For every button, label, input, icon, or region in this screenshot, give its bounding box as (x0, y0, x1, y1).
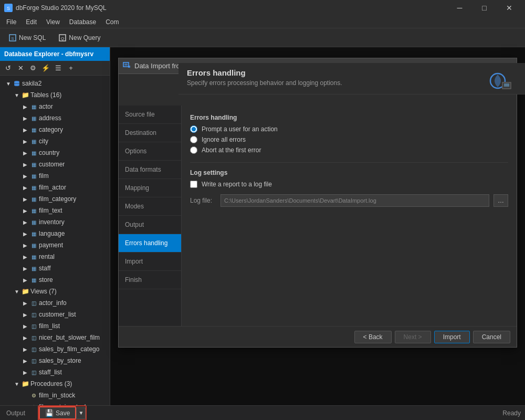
table-store[interactable]: ▶ ▦ store (0, 274, 110, 286)
menu-view[interactable]: View (42, 17, 64, 27)
nav-source-file[interactable]: Source file (119, 106, 181, 124)
errors-handling-label: Errors handling (190, 114, 508, 121)
back-button[interactable]: < Back (354, 331, 392, 343)
menu-database[interactable]: Database (65, 17, 100, 27)
nav-destination[interactable]: Destination (119, 124, 181, 142)
close-button[interactable]: ✕ (497, 0, 521, 16)
output-tab[interactable]: Output (2, 410, 29, 417)
table-staff[interactable]: ▶ ▦ staff (0, 262, 110, 274)
svg-text:S: S (7, 6, 10, 11)
radio-abort[interactable]: Abort at the first error (190, 146, 508, 154)
log-file-input[interactable] (220, 194, 489, 207)
new-sql-button[interactable]: S New SQL (4, 32, 50, 44)
film-list-arrow-icon: ▶ (21, 322, 29, 330)
actor-arrow-icon: ▶ (21, 102, 29, 111)
nicer-arrow-icon: ▶ (21, 333, 29, 342)
table-city[interactable]: ▶ ▦ city (0, 135, 110, 147)
category-label: category (39, 126, 63, 133)
properties-button[interactable]: ☰ (52, 62, 64, 74)
nav-mapping[interactable]: Mapping (119, 179, 181, 197)
table-actor[interactable]: ▶ ▦ actor (0, 101, 110, 112)
radio-ignore-input[interactable] (190, 136, 197, 143)
menu-file[interactable]: File (2, 17, 20, 27)
cancel-button[interactable]: Cancel (473, 331, 510, 343)
save-label: Save (56, 410, 70, 417)
view-nicer-but-slower[interactable]: ▶ ◫ nicer_but_slower_film (0, 332, 110, 343)
new-sql-icon: S (8, 34, 17, 42)
connect-button[interactable]: ⚡ (40, 62, 51, 74)
next-button[interactable]: Next > (395, 331, 431, 343)
table-film-category[interactable]: ▶ ▦ film_category (0, 193, 110, 205)
proc-film-not-in-stock[interactable]: ⚙ film_not_in_stock (0, 401, 110, 405)
actor-label: actor (39, 103, 53, 110)
minimize-button[interactable]: ─ (448, 0, 471, 16)
save-button[interactable]: 💾 Save (39, 406, 76, 419)
table-film[interactable]: ▶ ▦ film (0, 170, 110, 182)
table-film-actor[interactable]: ▶ ▦ film_actor (0, 182, 110, 193)
menu-edit[interactable]: Edit (22, 17, 41, 27)
checkbox-log-label: Write a report to a log file (202, 181, 272, 188)
sales-film-view-icon: ◫ (29, 345, 38, 353)
view-actor-info[interactable]: ▶ ◫ actor_info (0, 297, 110, 309)
tables-group[interactable]: ▼ 📁 Tables (16) (0, 89, 110, 101)
table-address[interactable]: ▶ ▦ address (0, 112, 110, 124)
table-language[interactable]: ▶ ▦ language (0, 228, 110, 239)
disconnect-button[interactable]: ✕ (15, 62, 26, 74)
status-left: Output 💾 Save ▼ (0, 405, 87, 420)
tree-root-sakila2[interactable]: ▼ sakila2 (0, 78, 110, 89)
table-rental[interactable]: ▶ ▦ rental (0, 251, 110, 262)
table-country[interactable]: ▶ ▦ country (0, 147, 110, 159)
nav-modes[interactable]: Modes (119, 197, 181, 216)
checkbox-log-input[interactable] (190, 181, 197, 188)
table-customer[interactable]: ▶ ▦ customer (0, 159, 110, 170)
view-sales-by-store[interactable]: ▶ ◫ sales_by_store (0, 355, 110, 366)
nav-options[interactable]: Options (119, 142, 181, 161)
save-dropdown-button[interactable]: ▼ (76, 407, 86, 419)
log-file-browse-button[interactable]: … (494, 194, 508, 207)
modal-main-content: Errors handling Prompt a user for an act… (182, 106, 517, 326)
new-query-button[interactable]: Q New Query (54, 32, 104, 44)
svg-marker-12 (128, 66, 130, 68)
view-staff-list[interactable]: ▶ ◫ staff_list (0, 366, 110, 378)
view-customer-list[interactable]: ▶ ◫ customer_list (0, 309, 110, 320)
checkbox-log-report[interactable]: Write a report to a log file (190, 181, 508, 188)
nicer-view-icon: ◫ (29, 333, 38, 342)
view-film-list[interactable]: ▶ ◫ film_list (0, 320, 110, 332)
title-bar: S dbForge Studio 2020 for MySQL ─ □ ✕ (0, 0, 525, 16)
modal-dialog-icon (123, 61, 131, 71)
nav-data-formats[interactable]: Data formats (119, 161, 181, 179)
proc-film-in-stock[interactable]: ⚙ film_in_stock (0, 390, 110, 401)
country-table-icon: ▦ (29, 149, 38, 157)
table-category[interactable]: ▶ ▦ category (0, 124, 110, 135)
radio-prompt[interactable]: Prompt a user for an action (190, 125, 508, 133)
procedures-group[interactable]: ▼ 📁 Procedures (3) (0, 378, 110, 390)
import-button[interactable]: Import (434, 331, 470, 343)
toolbar: S New SQL Q New Query (0, 28, 525, 47)
nav-output[interactable]: Output (119, 216, 181, 234)
film-label: film (39, 172, 49, 180)
sidebar-toolbar: ↺ ✕ ⚙ ⚡ ☰ + (0, 61, 110, 76)
address-label: address (39, 114, 61, 122)
staff-label: staff (39, 265, 50, 272)
nav-errors-handling[interactable]: Errors handling (119, 234, 181, 253)
root-label: sakila2 (22, 80, 41, 87)
radio-abort-input[interactable] (190, 146, 197, 154)
radio-ignore[interactable]: Ignore all errors (190, 136, 508, 143)
nav-finish[interactable]: Finish (119, 271, 181, 289)
refresh-button[interactable]: ↺ (2, 62, 14, 74)
table-payment[interactable]: ▶ ▦ payment (0, 239, 110, 251)
radio-prompt-input[interactable] (190, 125, 197, 133)
country-arrow-icon: ▶ (21, 149, 29, 157)
table-film-text[interactable]: ▶ ▦ film_text (0, 205, 110, 216)
add-button[interactable]: + (65, 62, 77, 74)
table-inventory[interactable]: ▶ ▦ inventory (0, 216, 110, 228)
menu-com[interactable]: Com (101, 17, 123, 27)
film-list-label: film_list (39, 322, 60, 330)
filter-button[interactable]: ⚙ (27, 62, 39, 74)
nav-import[interactable]: Import (119, 253, 181, 271)
film-arrow-icon: ▶ (21, 172, 29, 180)
views-group[interactable]: ▼ 📁 Views (7) (0, 286, 110, 297)
film-list-view-icon: ◫ (29, 322, 38, 330)
maximize-button[interactable]: □ (472, 0, 496, 16)
view-sales-by-film[interactable]: ▶ ◫ sales_by_film_catego (0, 343, 110, 355)
